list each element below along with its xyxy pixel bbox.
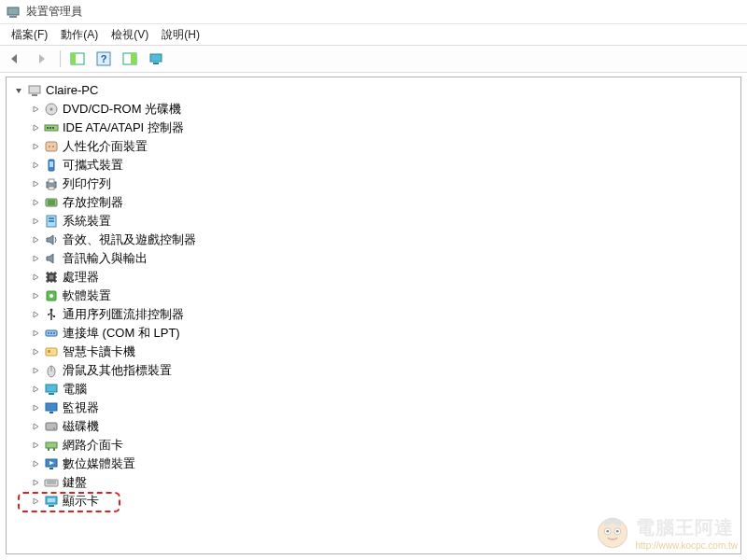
tree-item[interactable]: 軟體裝置: [8, 287, 739, 305]
keyboard-icon: [44, 475, 59, 490]
svg-text:?: ?: [101, 53, 107, 64]
svg-rect-16: [49, 127, 51, 129]
scan-button[interactable]: [145, 49, 167, 69]
svg-point-39: [50, 332, 52, 334]
expander-icon[interactable]: [29, 457, 42, 470]
svg-point-34: [50, 309, 53, 312]
tree-item[interactable]: 連接埠 (COM 和 LPT): [8, 324, 739, 343]
tree-item-label: DVD/CD-ROM 光碟機: [63, 100, 181, 119]
svg-rect-44: [46, 385, 57, 392]
expander-icon[interactable]: [29, 495, 42, 508]
tree-item[interactable]: DVD/CD-ROM 光碟機: [8, 100, 739, 119]
back-button[interactable]: [6, 49, 28, 69]
tree-item[interactable]: 人性化介面裝置: [8, 137, 739, 156]
expander-icon[interactable]: [29, 215, 42, 228]
expander-icon[interactable]: [29, 289, 42, 302]
monitor-icon: [44, 400, 59, 415]
tree-item[interactable]: 系統裝置: [8, 212, 739, 231]
expander-icon[interactable]: [29, 439, 42, 452]
expander-icon[interactable]: [29, 383, 42, 396]
tree-item[interactable]: 電腦: [8, 380, 739, 399]
show-hide-console-button[interactable]: [66, 49, 89, 69]
tree-item-label: 列印佇列: [63, 175, 111, 193]
expander-icon[interactable]: [29, 401, 42, 414]
tree-item-label: 數位媒體裝置: [63, 455, 135, 473]
expander-icon[interactable]: [29, 196, 42, 209]
expander-icon[interactable]: [12, 84, 25, 97]
svg-rect-18: [46, 142, 57, 151]
tree-item[interactable]: 監視器: [8, 399, 739, 417]
menu-action[interactable]: 動作(A): [55, 25, 104, 45]
svg-rect-15: [47, 127, 49, 129]
svg-rect-10: [29, 86, 40, 93]
tree-item[interactable]: 網路介面卡: [8, 436, 739, 455]
svg-rect-42: [48, 350, 50, 353]
menubar: 檔案(F) 動作(A) 檢視(V) 說明(H): [0, 24, 747, 45]
expander-icon[interactable]: [29, 177, 42, 190]
expander-icon[interactable]: [29, 308, 42, 321]
tree-item-label: 系統裝置: [63, 212, 111, 231]
svg-rect-31: [49, 275, 53, 279]
tree-item[interactable]: 滑鼠及其他指標裝置: [8, 361, 739, 380]
tree-item[interactable]: 顯示卡: [8, 492, 739, 511]
tree-item[interactable]: 列印佇列: [8, 175, 739, 193]
tree-item[interactable]: 音效、視訊及遊戲控制器: [8, 231, 739, 249]
tree-item[interactable]: 處理器: [8, 268, 739, 287]
svg-rect-58: [49, 505, 54, 507]
sound-icon: [44, 232, 59, 247]
tree-item[interactable]: 智慧卡讀卡機: [8, 343, 739, 361]
tree-item-label: 連接埠 (COM 和 LPT): [63, 324, 180, 343]
properties-button[interactable]: [119, 49, 141, 69]
tree-item[interactable]: IDE ATA/ATAPI 控制器: [8, 119, 739, 137]
svg-rect-41: [46, 348, 57, 356]
svg-point-49: [53, 427, 55, 429]
tree-root-node[interactable]: Claire-PC: [8, 81, 739, 100]
expander-icon[interactable]: [29, 345, 42, 358]
expander-icon[interactable]: [29, 271, 42, 284]
network-icon: [44, 438, 59, 453]
menu-help[interactable]: 說明(H): [156, 25, 205, 45]
tree-item[interactable]: 鍵盤: [8, 473, 739, 492]
expander-icon[interactable]: [29, 420, 42, 433]
menu-file[interactable]: 檔案(F): [6, 25, 53, 45]
app-icon: [6, 5, 21, 20]
tree-item[interactable]: 音訊輸入與輸出: [8, 249, 739, 268]
expander-icon[interactable]: [29, 476, 42, 489]
expander-icon[interactable]: [29, 327, 42, 340]
hid-icon: [44, 139, 59, 154]
expander-icon[interactable]: [29, 233, 42, 246]
tree-item[interactable]: 可攜式裝置: [8, 156, 739, 175]
tree-item-label: IDE ATA/ATAPI 控制器: [63, 119, 184, 137]
expander-icon[interactable]: [29, 140, 42, 153]
expander-icon[interactable]: [29, 159, 42, 172]
svg-rect-36: [53, 315, 55, 317]
tree-item[interactable]: 磁碟機: [8, 417, 739, 436]
svg-rect-46: [46, 403, 57, 411]
svg-point-35: [48, 314, 49, 315]
device-tree-panel: Claire-PCDVD/CD-ROM 光碟機IDE ATA/ATAPI 控制器…: [6, 77, 741, 554]
device-tree[interactable]: Claire-PCDVD/CD-ROM 光碟機IDE ATA/ATAPI 控制器…: [8, 81, 739, 511]
tree-item-label: 通用序列匯流排控制器: [63, 305, 184, 324]
forward-button[interactable]: [32, 49, 54, 69]
tree-item[interactable]: 存放控制器: [8, 193, 739, 212]
tree-item-label: 顯示卡: [63, 492, 99, 511]
display-icon: [44, 494, 59, 509]
tree-item-label: 鍵盤: [63, 473, 87, 492]
expander-icon[interactable]: [29, 121, 42, 134]
root-label: Claire-PC: [46, 81, 98, 100]
help-button[interactable]: ?: [92, 49, 115, 69]
svg-rect-3: [71, 53, 76, 64]
tree-item-label: 磁碟機: [63, 417, 99, 436]
usb-icon: [44, 307, 59, 322]
svg-rect-29: [49, 220, 54, 222]
expander-icon[interactable]: [29, 364, 42, 377]
tree-item[interactable]: 通用序列匯流排控制器: [8, 305, 739, 324]
svg-point-19: [49, 146, 50, 147]
expander-icon[interactable]: [29, 103, 42, 116]
menu-view[interactable]: 檢視(V): [106, 25, 154, 45]
smartcard-icon: [44, 344, 59, 359]
svg-point-20: [52, 146, 54, 147]
expander-icon[interactable]: [29, 252, 42, 265]
svg-rect-51: [48, 448, 49, 451]
tree-item[interactable]: 數位媒體裝置: [8, 455, 739, 473]
